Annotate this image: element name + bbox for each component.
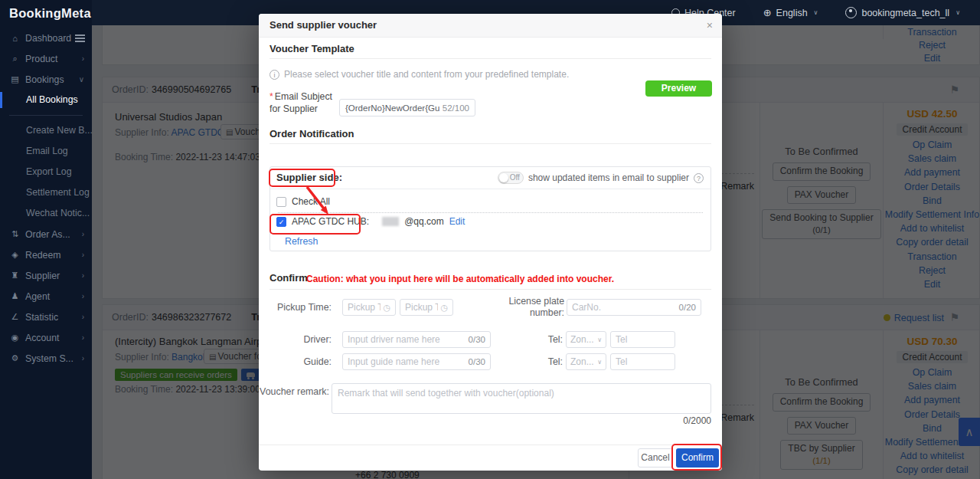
sidebar-item[interactable]: ⚙ System S... › — [0, 348, 92, 369]
sidebar-item-label: Account — [25, 333, 59, 343]
search-icon: ⌕ — [10, 54, 20, 64]
char-counter: 0/30 — [469, 335, 485, 344]
char-counter: 52/100 — [443, 103, 469, 113]
driver-input[interactable]: 0/30 — [342, 331, 491, 348]
pickup-time-input-1[interactable]: ◷ — [342, 299, 396, 316]
globe-icon: ⊕ — [763, 7, 772, 18]
cancel-button[interactable]: Cancel — [638, 448, 673, 468]
sidebar-item[interactable]: ♜ Supplier › — [0, 265, 92, 286]
language-label: English — [776, 8, 808, 18]
sidebar-item-dashboard[interactable]: ⌂ Dashboard — [0, 28, 92, 48]
sidebar-subitem[interactable]: Settlement Log — [0, 182, 92, 203]
email-subject-input[interactable]: {OrderNo}NewOrder{GuestNam 52/100 — [339, 99, 475, 116]
edit-email-link[interactable]: Edit — [449, 216, 466, 227]
sidebar-item-label: Dashboard — [25, 33, 71, 44]
tel-input[interactable] — [610, 353, 675, 370]
redacted-email — [382, 217, 399, 226]
tel-zone-select[interactable]: Zon... ∨ — [566, 331, 606, 348]
sidebar-item-label: System S... — [25, 353, 74, 364]
confirm-heading: Confirm — [270, 272, 308, 284]
sidebar-subitem[interactable]: Wechat Notic... — [0, 203, 92, 224]
sidebar-item-label: Agent — [25, 291, 50, 302]
required-asterisk: * — [270, 91, 273, 102]
supplier-side-header: Supplier side: Off show updated items in… — [270, 167, 710, 189]
sidebar-item[interactable]: ∠ Statistic › — [0, 307, 92, 327]
email-suffix: @qq.com — [404, 216, 444, 227]
toggle-knob — [499, 173, 508, 182]
sidebar-item-label: Supplier — [25, 271, 60, 281]
toggle-text: show updated items in email to supplier — [528, 172, 689, 183]
supplier-checkbox-checked[interactable]: ✓ — [276, 217, 286, 227]
tel-input[interactable] — [610, 331, 675, 348]
close-icon[interactable]: × — [707, 14, 713, 37]
sidebar-item-label: Product — [25, 54, 57, 64]
bookings-icon: ▤ — [10, 74, 20, 84]
sidebar-item-label: Redeem — [25, 250, 60, 261]
sidebar-sub-list: Create New B...Email LogExport LogSettle… — [0, 120, 92, 224]
sidebar-item-icon: ∠ — [10, 312, 20, 322]
dialog-title: Send supplier voucher — [259, 14, 722, 37]
pickup-time-label: Pickup Time: — [259, 299, 332, 316]
email-subject-value: {OrderNo}NewOrder{GuestNam — [345, 103, 439, 113]
toggle-off-label: Off — [510, 173, 520, 182]
voucher-remark-label: Voucher remark: — [259, 386, 329, 397]
sidebar-main-list: ⇅ Order As... › ◈ Redeem › ♜ Supplier › … — [0, 224, 92, 369]
divider — [270, 289, 711, 290]
show-updated-items-toggle-row: Off show updated items in email to suppl… — [498, 167, 704, 189]
sidebar-item-bookings[interactable]: ▤ Bookings ∨ — [0, 69, 92, 90]
chevron-right-icon: › — [82, 230, 84, 238]
sidebar-item-icon: ◈ — [10, 250, 20, 260]
driver-label: Driver: — [259, 331, 332, 348]
voucher-template-heading: Voucher Template — [270, 43, 354, 54]
dotted-divider — [278, 212, 703, 213]
sidebar-item-label: Bookings — [25, 74, 64, 85]
supplier-side-label: Supplier side: — [276, 167, 342, 189]
confirm-button[interactable]: Confirm — [676, 448, 719, 468]
guide-label: Guide: — [259, 353, 332, 370]
sidebar-subitem[interactable]: Create New B... — [0, 120, 92, 141]
question-icon[interactable]: ? — [694, 173, 704, 183]
send-supplier-voucher-dialog: Send supplier voucher × Voucher Template… — [259, 14, 722, 470]
user-icon — [845, 7, 857, 18]
email-subject-label: *Email Subject for Supplier — [270, 90, 340, 115]
char-counter: 0/2000 — [634, 415, 711, 426]
refresh-link[interactable]: Refresh — [285, 236, 318, 247]
sidebar-item-product[interactable]: ⌕ Product › — [0, 48, 92, 69]
language-selector[interactable]: ⊕ English ∨ — [763, 7, 818, 18]
sidebar-item-all-bookings[interactable]: All Bookings — [0, 90, 92, 110]
sidebar-subitem[interactable]: Export Log — [0, 162, 92, 182]
sidebar-item[interactable]: ♟ Agent › — [0, 286, 92, 307]
sidebar-divider — [9, 115, 83, 116]
sidebar-item[interactable]: ◉ Account › — [0, 327, 92, 348]
pickup-time-input-2[interactable]: ◷ — [400, 299, 453, 316]
supplier-checkbox-row: ✓ APAC GTDC HUB: @qq.com Edit — [276, 216, 465, 227]
tel-label: Tel: — [488, 353, 563, 370]
sidebar: BookingMeta ⌂ Dashboard ⌕ Product › ▤ Bo… — [0, 0, 92, 479]
sidebar-item-icon: ⇅ — [10, 229, 20, 239]
supplier-side-box: Supplier side: Off show updated items in… — [270, 166, 711, 251]
hamburger-icon[interactable] — [75, 38, 85, 39]
preview-supplier-button[interactable]: Preview supplier — [645, 80, 712, 97]
voucher-remark-textarea[interactable] — [332, 383, 711, 414]
clock-icon: ◷ — [440, 303, 448, 313]
guide-input[interactable]: 0/30 — [342, 353, 491, 370]
chevron-right-icon: › — [82, 271, 84, 280]
user-menu[interactable]: bookingmeta_tech_ll ∨ — [845, 7, 960, 18]
sidebar-item[interactable]: ⇅ Order As... › — [0, 224, 92, 244]
check-all-label: Check All — [292, 196, 330, 207]
toggle-switch[interactable]: Off — [498, 172, 524, 184]
chevron-down-icon: ∨ — [956, 9, 960, 16]
home-icon: ⌂ — [10, 34, 20, 43]
tel-label: Tel: — [488, 331, 563, 348]
template-tip: i Please select voucher title and conten… — [270, 69, 569, 80]
chevron-right-icon: › — [82, 292, 84, 300]
license-plate-input[interactable]: 0/20 — [567, 299, 701, 316]
sidebar-subitem[interactable]: Email Log — [0, 141, 92, 162]
info-icon: i — [270, 70, 279, 80]
check-all-checkbox[interactable] — [276, 197, 286, 207]
sidebar-item[interactable]: ◈ Redeem › — [0, 244, 92, 265]
char-counter: 0/30 — [469, 357, 485, 366]
chevron-right-icon: › — [82, 333, 84, 342]
tel-zone-select[interactable]: Zon... ∨ — [566, 353, 606, 370]
chevron-right-icon: › — [82, 54, 84, 63]
